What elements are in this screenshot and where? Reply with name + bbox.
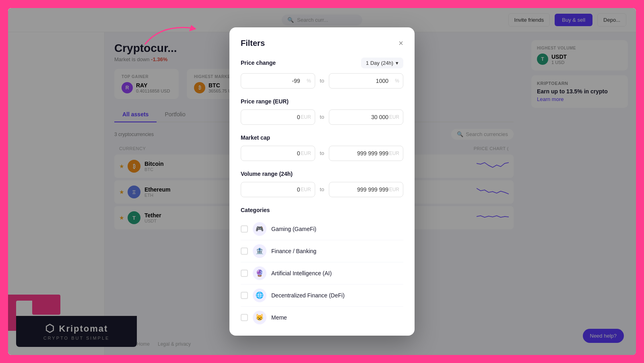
finance-icon: 🏦 xyxy=(253,244,266,258)
price-range-min-input[interactable] xyxy=(241,109,315,125)
volume-range-row: EUR to EUR xyxy=(241,182,403,197)
price-change-min-input[interactable] xyxy=(241,73,315,89)
finance-checkbox[interactable] xyxy=(241,248,248,255)
meme-label: Meme xyxy=(271,314,287,321)
market-cap-min-wrap: EUR xyxy=(241,146,315,161)
chevron-down-icon: ▾ xyxy=(396,60,398,66)
price-change-max-input[interactable] xyxy=(329,73,403,89)
market-cap-max-input[interactable] xyxy=(329,146,403,161)
market-cap-max-wrap: EUR xyxy=(329,146,403,161)
price-change-min-wrap: % xyxy=(241,73,315,89)
arrow-annotation xyxy=(137,16,201,58)
price-change-range: % to % xyxy=(241,73,403,89)
price-range-min-wrap: EUR xyxy=(241,109,315,125)
defi-icon: 🌐 xyxy=(253,289,266,302)
volume-range-min-wrap: EUR xyxy=(241,182,315,197)
price-range-max-wrap: EUR xyxy=(329,109,403,125)
market-cap-label: Market cap xyxy=(241,134,403,141)
ai-label: Artificial Intelligence (AI) xyxy=(271,270,332,276)
volume-range-label: Volume range (24h) xyxy=(241,171,403,177)
price-change-label: Price change 1 Day (24h) ▾ xyxy=(241,58,403,68)
market-cap-section: Market cap EUR to EUR xyxy=(241,134,403,161)
volume-range-min-input[interactable] xyxy=(241,182,315,197)
market-cap-row: EUR to EUR xyxy=(241,146,403,161)
modal-overlay: Filters × Price change 1 Day (24h) ▾ % xyxy=(8,8,636,355)
gaming-label: Gaming (GameFi) xyxy=(271,226,316,232)
volume-range-max-wrap: EUR xyxy=(329,182,403,197)
categories-label: Categories xyxy=(241,207,403,213)
price-range-max-input[interactable] xyxy=(329,109,403,125)
modal-header: Filters × xyxy=(241,39,403,48)
category-meme[interactable]: 😸 Meme xyxy=(241,307,403,328)
price-change-section: Price change 1 Day (24h) ▾ % to % xyxy=(241,58,403,89)
category-gaming[interactable]: 🎮 Gaming (GameFi) xyxy=(241,218,403,240)
price-range-section: Price range (EUR) EUR to EUR xyxy=(241,98,403,125)
price-range-label: Price range (EUR) xyxy=(241,98,403,105)
filters-modal: Filters × Price change 1 Day (24h) ▾ % xyxy=(229,27,415,336)
gaming-checkbox[interactable] xyxy=(241,225,248,233)
modal-title: Filters xyxy=(241,39,265,48)
meme-icon: 😸 xyxy=(253,311,266,324)
volume-range-section: Volume range (24h) EUR to EUR xyxy=(241,171,403,197)
defi-checkbox[interactable] xyxy=(241,292,248,299)
gaming-icon: 🎮 xyxy=(253,222,266,236)
ai-checkbox[interactable] xyxy=(241,270,248,277)
market-cap-min-input[interactable] xyxy=(241,146,315,161)
finance-label: Finance / Banking xyxy=(271,248,316,254)
categories-section: Categories 🎮 Gaming (GameFi) 🏦 Finance /… xyxy=(241,207,403,328)
meme-checkbox[interactable] xyxy=(241,314,248,321)
price-change-max-wrap: % xyxy=(329,73,403,89)
ai-icon: 🔮 xyxy=(253,266,266,280)
category-defi[interactable]: 🌐 Decentralized Finance (DeFi) xyxy=(241,285,403,307)
svg-marker-0 xyxy=(189,25,196,31)
defi-label: Decentralized Finance (DeFi) xyxy=(271,292,345,299)
category-finance[interactable]: 🏦 Finance / Banking xyxy=(241,240,403,262)
close-button[interactable]: × xyxy=(398,39,403,47)
category-ai[interactable]: 🔮 Artificial Intelligence (AI) xyxy=(241,262,403,285)
price-range-row: EUR to EUR xyxy=(241,109,403,125)
period-selector[interactable]: 1 Day (24h) ▾ xyxy=(361,58,403,68)
volume-range-max-input[interactable] xyxy=(329,182,403,197)
